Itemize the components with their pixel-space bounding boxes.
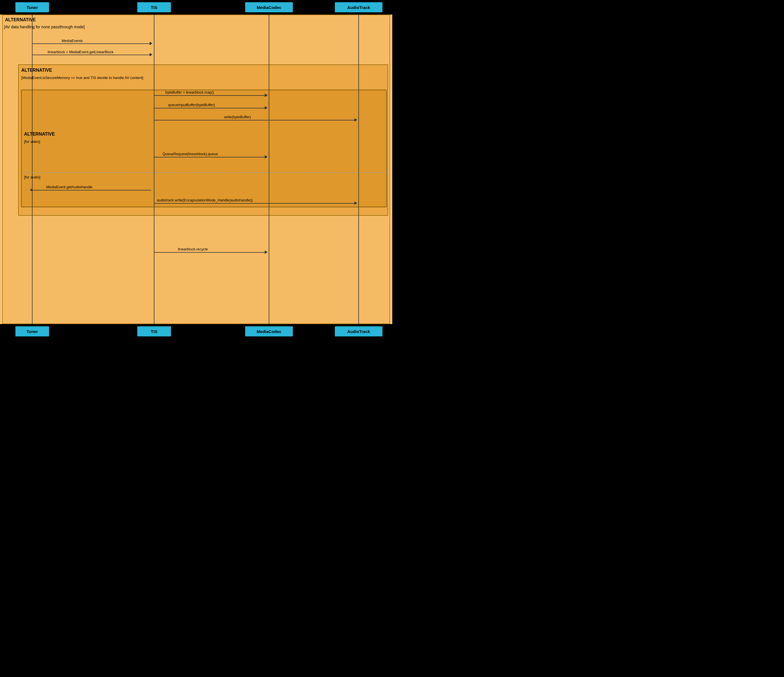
msg6-line <box>154 157 266 157</box>
msg2-label: linearblock = MediaEvent.getLinearBlock <box>48 50 114 54</box>
msg9-line <box>154 252 266 253</box>
msg5-line <box>154 120 356 120</box>
msg6-label: QueueRequest(linearblock).queue <box>163 152 218 156</box>
tis-lifeline <box>154 15 154 324</box>
audiotrack-actor-bottom: AudioTrack <box>335 326 383 336</box>
msg1-arrowhead <box>149 42 152 45</box>
inner-alt1-label: ALTERNATIVE <box>21 68 52 73</box>
outer-alt-condition: [AV data handling for none passthrough m… <box>4 25 85 29</box>
msg4-line <box>154 108 266 109</box>
msg5-arrowhead <box>355 118 357 121</box>
mediacodec-actor-top: MediaCodec <box>245 2 293 12</box>
audiotrack-actor-top: AudioTrack <box>335 2 383 12</box>
msg7-line <box>33 190 151 191</box>
tis-actor-top: TIS <box>137 2 171 12</box>
inner-alt2-condition-audio: [for audio] <box>24 175 40 179</box>
mediacodec-label-top: MediaCodec <box>257 5 281 10</box>
audiotrack-label-bottom: AudioTrack <box>347 329 370 334</box>
msg6-arrowhead <box>265 155 268 158</box>
msg3-arrowhead <box>265 93 268 97</box>
audiotrack-label-top: AudioTrack <box>347 5 370 10</box>
inner-alt-fragment2 <box>21 90 387 207</box>
tuner-label-bottom: Tuner <box>26 329 38 334</box>
tis-actor-bottom: TIS <box>137 326 171 336</box>
tis-label-top: TIS <box>151 5 157 10</box>
msg1-label: MediaEvents <box>62 39 82 43</box>
sequence-diagram: Tuner TIS MediaCodec AudioTrack Tuner TI… <box>0 0 392 338</box>
mediacodec-label-bottom: MediaCodec <box>257 329 281 334</box>
msg2-arrowhead <box>149 53 152 56</box>
inner-alt2-condition-video: [for video] <box>24 140 40 144</box>
msg4-arrowhead <box>265 106 268 110</box>
msg2-line <box>33 54 151 55</box>
msg1-line <box>33 43 151 44</box>
mediacodec-lifeline <box>269 15 269 324</box>
audio-divider <box>22 172 387 173</box>
msg5-label: write(byteBuffer) <box>224 115 251 119</box>
msg8-label: audiotrack.write(EncapsulationMode_Handl… <box>157 198 253 202</box>
msg3-line <box>154 95 266 96</box>
msg4-label: queueInputBuffer(byteBuffer) <box>168 103 215 107</box>
outer-alt-label: ALTERNATIVE <box>5 17 36 22</box>
mediacodec-actor-bottom: MediaCodec <box>245 326 293 336</box>
msg8-arrowhead <box>355 201 357 205</box>
msg8-line <box>154 203 356 203</box>
msg9-arrowhead <box>265 250 268 254</box>
msg3-label: byteBuffer = linearblock.map() <box>165 90 214 95</box>
tis-label-bottom: TIS <box>151 329 157 334</box>
msg7-arrowhead <box>30 188 33 192</box>
tuner-lifeline <box>32 15 33 324</box>
tuner-actor-bottom: Tuner <box>16 326 49 336</box>
msg9-label: linearblock.recycle <box>178 247 208 251</box>
inner-alt2-label: ALTERNATIVE <box>24 132 55 137</box>
inner-alt1-condition: [MediaEvent.isSecureMemory == true and T… <box>21 76 143 80</box>
tuner-actor-top: Tuner <box>16 2 49 12</box>
audiotrack-lifeline <box>358 15 359 324</box>
tuner-label-top: Tuner <box>26 5 38 10</box>
msg7-label: MediaEvent.getAudioHandle <box>46 185 92 189</box>
